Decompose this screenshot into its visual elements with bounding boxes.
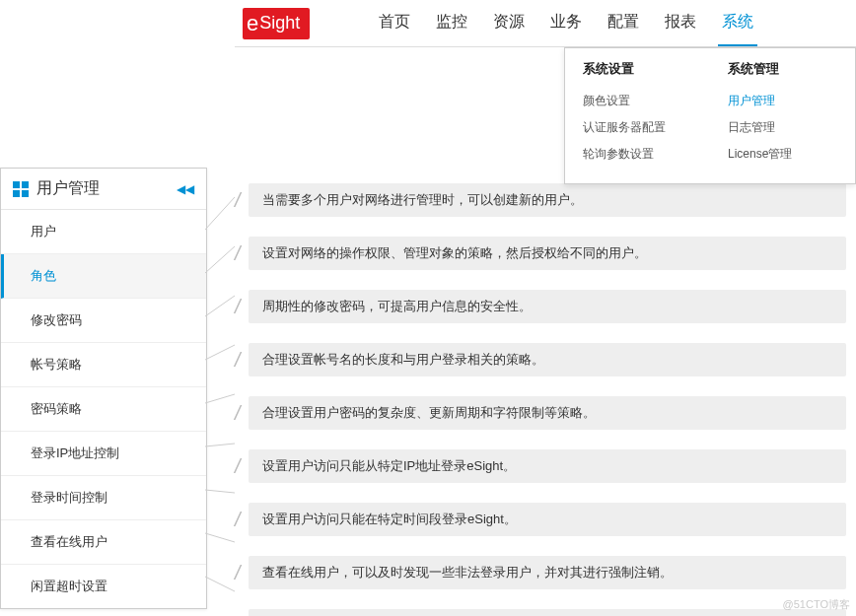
desc-row-8: /提供客户端自动注销的功能，防止其他人员在用户离开时进行非法操作。 [235, 609, 846, 616]
nav-resource[interactable]: 资源 [489, 0, 529, 46]
system-dropdown: 系统设置 颜色设置 认证服务器配置 轮询参数设置 系统管理 用户管理 日志管理 … [564, 47, 856, 184]
desc-box-3: 合理设置帐号名的长度和与用户登录相关的策略。 [249, 343, 846, 376]
desc-box-7: 查看在线用户，可以及时发现一些非法登录用户，并对其进行强制注销。 [249, 556, 846, 589]
nav-report[interactable]: 报表 [661, 0, 700, 46]
grid-icon [13, 181, 29, 197]
slash-icon: / [235, 349, 243, 372]
svg-line-6 [205, 490, 235, 493]
dropdown-header-settings: 系统设置 [583, 60, 692, 78]
desc-row-0: /当需要多个用户对网络进行管理时，可以创建新的用户。 [235, 183, 846, 217]
svg-line-7 [205, 533, 235, 542]
desc-box-4: 合理设置用户密码的复杂度、更新周期和字符限制等策略。 [249, 396, 846, 430]
svg-line-0 [205, 197, 235, 230]
sidebar-item-password-policy[interactable]: 密码策略 [1, 387, 206, 432]
sidebar-item-user[interactable]: 用户 [1, 210, 206, 254]
logo-text: Sight [259, 13, 300, 34]
dropdown-header-management: 系统管理 [728, 60, 837, 78]
dropdown-license-management[interactable]: License管理 [728, 141, 837, 168]
nav-home[interactable]: 首页 [375, 0, 414, 46]
desc-box-5: 设置用户访问只能从特定IP地址登录eSight。 [249, 449, 846, 483]
desc-row-1: /设置对网络的操作权限、管理对象的策略，然后授权给不同的用户。 [235, 237, 846, 270]
sidebar-item-role[interactable]: 角色 [1, 254, 206, 299]
dropdown-poll-params[interactable]: 轮询参数设置 [583, 141, 692, 168]
dropdown-user-management[interactable]: 用户管理 [728, 88, 837, 114]
slash-icon: / [235, 562, 243, 584]
desc-box-2: 周期性的修改密码，可提高用户信息的安全性。 [249, 290, 846, 323]
slash-icon: / [235, 242, 243, 265]
sidebar-title: 用户管理 [36, 178, 177, 199]
dropdown-color-settings[interactable]: 颜色设置 [583, 88, 692, 114]
slash-icon: / [235, 509, 243, 531]
content-area: /当需要多个用户对网络进行管理时，可以创建新的用户。 /设置对网络的操作权限、管… [235, 183, 846, 616]
desc-box-1: 设置对网络的操作权限、管理对象的策略，然后授权给不同的用户。 [249, 237, 846, 270]
sidebar: 用户管理 ◀◀ 用户 角色 修改密码 帐号策略 密码策略 登录IP地址控制 登录… [0, 168, 207, 609]
desc-row-2: /周期性的修改密码，可提高用户信息的安全性。 [235, 290, 846, 323]
logo-badge: eSight [243, 8, 310, 39]
nav-system[interactable]: 系统 [718, 0, 757, 46]
desc-row-6: /设置用户访问只能在特定时间段登录eSight。 [235, 503, 846, 536]
desc-row-3: /合理设置帐号名的长度和与用户登录相关的策略。 [235, 343, 846, 376]
svg-line-4 [205, 394, 235, 403]
desc-row-4: /合理设置用户密码的复杂度、更新周期和字符限制等策略。 [235, 396, 846, 430]
desc-row-5: /设置用户访问只能从特定IP地址登录eSight。 [235, 449, 846, 483]
desc-box-8: 提供客户端自动注销的功能，防止其他人员在用户离开时进行非法操作。 [249, 609, 846, 616]
desc-row-7: /查看在线用户，可以及时发现一些非法登录用户，并对其进行强制注销。 [235, 556, 846, 589]
nav-config[interactable]: 配置 [604, 0, 643, 46]
sidebar-item-online-users[interactable]: 查看在线用户 [1, 520, 206, 565]
slash-icon: / [235, 402, 243, 425]
logo: eSight [235, 8, 318, 39]
svg-line-1 [205, 246, 235, 273]
svg-line-3 [205, 345, 235, 360]
sidebar-item-account-policy[interactable]: 帐号策略 [1, 343, 206, 387]
sidebar-item-ip-control[interactable]: 登录IP地址控制 [1, 432, 206, 476]
nav-monitor[interactable]: 监控 [432, 0, 471, 46]
collapse-icon[interactable]: ◀◀ [177, 182, 194, 196]
sidebar-header: 用户管理 ◀◀ [1, 169, 206, 210]
main-nav: 首页 监控 资源 业务 配置 报表 系统 [375, 0, 757, 46]
top-bar: eSight 首页 监控 资源 业务 配置 报表 系统 [235, 0, 856, 47]
sidebar-item-idle-timeout[interactable]: 闲置超时设置 [1, 565, 206, 608]
dropdown-auth-server[interactable]: 认证服务器配置 [583, 114, 692, 141]
slash-icon: / [235, 189, 243, 212]
sidebar-item-change-password[interactable]: 修改密码 [1, 299, 206, 343]
dropdown-col-settings: 系统设置 颜色设置 认证服务器配置 轮询参数设置 [565, 60, 710, 168]
desc-box-6: 设置用户访问只能在特定时间段登录eSight。 [249, 503, 846, 536]
watermark: @51CTO博客 [783, 597, 850, 612]
desc-box-0: 当需要多个用户对网络进行管理时，可以创建新的用户。 [249, 183, 846, 217]
svg-line-2 [205, 296, 235, 316]
dropdown-log-management[interactable]: 日志管理 [728, 114, 837, 141]
svg-line-5 [205, 444, 235, 446]
logo-prefix: e [247, 11, 258, 36]
sidebar-item-time-control[interactable]: 登录时间控制 [1, 476, 206, 520]
svg-line-8 [205, 577, 235, 591]
slash-icon: / [235, 455, 243, 478]
nav-business[interactable]: 业务 [546, 0, 586, 46]
dropdown-col-management: 系统管理 用户管理 日志管理 License管理 [710, 60, 855, 168]
slash-icon: / [235, 296, 243, 318]
